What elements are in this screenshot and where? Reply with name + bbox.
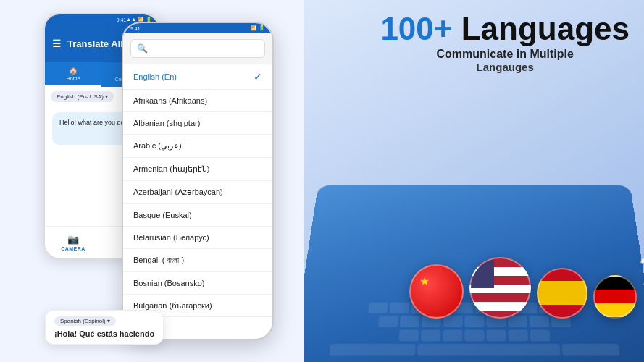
- headline-sub2: Langauges: [380, 61, 630, 73]
- lang-name-arabic: Arabic (عربي): [133, 141, 182, 151]
- camera-button[interactable]: 📷 CAMERA: [45, 234, 101, 251]
- tab-home-label: Home: [67, 76, 80, 81]
- lang-item-afrikaans[interactable]: Afrikaans (Afrikaans): [123, 90, 272, 112]
- time-back: 9:41: [117, 17, 127, 22]
- camera-icon: 📷: [67, 234, 79, 245]
- lang-name-armenian: Armenian (հայերէն): [133, 164, 209, 174]
- headline: 100+ Languages Communicate in Multiple L…: [380, 13, 630, 73]
- check-icon-english: ✓: [254, 71, 262, 83]
- flag-germany: [593, 275, 637, 319]
- lang-name-afrikaans: Afrikaans (Afrikaans): [133, 96, 207, 105]
- translation-bubble: Spanish (Espinol) ▾ ¡Hola! Qué estás hac…: [45, 310, 164, 345]
- search-box[interactable]: 🔍: [130, 39, 265, 58]
- lang-name-english: English (En): [133, 72, 177, 81]
- lang-item-belarusian[interactable]: Belarusian (Беларус): [123, 227, 272, 249]
- status-bar-front: 9:41 📶 🔋: [123, 23, 272, 33]
- headline-number: 100+: [380, 11, 452, 46]
- camera-label: CAMERA: [61, 246, 85, 251]
- lang-name-belarusian: Belarusian (Беларус): [133, 233, 209, 242]
- translation-lang-select[interactable]: Spanish (Espinol) ▾: [54, 316, 116, 326]
- lang-name-bosnian: Bosnian (Bosansko): [133, 279, 204, 287]
- lang-name-albanian: Albanian (shqiptar): [133, 119, 200, 127]
- lang-select-back[interactable]: English (En- USA) ▾: [51, 91, 114, 102]
- translate-word: Translate: [637, 251, 644, 293]
- headline-label: Languages: [461, 11, 630, 46]
- lang-name-bengali: Bengali ( বাংলা ): [133, 256, 184, 265]
- hamburger-icon[interactable]: ☰: [52, 38, 62, 49]
- flag-balls-container: [409, 257, 637, 319]
- flag-spain: [537, 268, 587, 319]
- app-title-back: Translate All: [67, 38, 123, 49]
- headline-sub1: Communicate in Multiple: [380, 48, 630, 61]
- translation-lang-bar: Spanish (Espinol) ▾: [54, 316, 154, 326]
- lang-name-bulgarian: Bulgarian (български): [133, 301, 212, 310]
- translation-text: ¡Hola! Qué estás haciendo: [54, 329, 154, 338]
- time-front: 9:41: [130, 26, 141, 31]
- signal-front: 📶 🔋: [251, 25, 265, 31]
- left-panel: 9:41 ▲▲ 📶 🔋 ☰ Translate All 🏠 Home 🎤 Con…: [0, 0, 304, 362]
- headline-main: 100+ Languages: [380, 13, 630, 45]
- lang-item-bosnian[interactable]: Bosnian (Bosansko): [123, 272, 272, 295]
- lang-name-azerbaijani: Azerbaijani (Azərbaycan): [133, 188, 223, 197]
- flag-usa: [469, 257, 531, 319]
- lang-item-basque[interactable]: Basque (Euskal): [123, 204, 272, 227]
- lang-name-basque: Basque (Euskal): [133, 211, 192, 219]
- flag-china: [409, 264, 464, 319]
- home-icon: 🏠: [69, 67, 78, 75]
- search-area: 🔍: [123, 33, 272, 64]
- lang-item-albanian[interactable]: Albanian (shqiptar): [123, 112, 272, 135]
- language-list[interactable]: English (En) ✓ Afrikaans (Afrikaans) Alb…: [123, 64, 272, 340]
- right-panel: Translate 100+ Languages Communicate in …: [304, 0, 644, 362]
- tab-home[interactable]: 🏠 Home: [45, 62, 101, 87]
- lang-item-azerbaijani[interactable]: Azerbaijani (Azərbaycan): [123, 181, 272, 204]
- lang-item-english[interactable]: English (En) ✓: [123, 64, 272, 90]
- lang-item-bengali[interactable]: Bengali ( বাংলা ): [123, 249, 272, 272]
- lang-item-arabic[interactable]: Arabic (عربي): [123, 135, 272, 158]
- lang-item-armenian[interactable]: Armenian (հայերէն): [123, 158, 272, 181]
- phone-front: 9:41 📶 🔋 🔍 English (En) ✓ Afrikaans (Afr…: [122, 22, 274, 340]
- search-icon: 🔍: [137, 43, 148, 54]
